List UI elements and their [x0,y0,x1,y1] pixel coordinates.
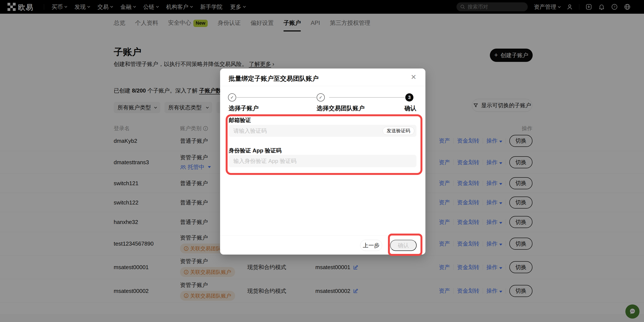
batch-bind-modal: 批量绑定子账户至交易团队账户 ✕ 3 选择子账户 选择交易团队账户 确认 邮箱验… [220,68,426,254]
send-code-button[interactable]: 发送验证码 [382,127,414,135]
authenticator-code-field [229,155,416,167]
step2-label: 选择交易团队账户 [317,104,364,112]
modal-footer-divider [220,235,426,236]
step3-label: 确认 [404,104,416,112]
step2-check-icon [317,93,325,102]
email-code-input[interactable] [229,128,382,134]
step-connector [236,97,316,98]
confirm-button[interactable]: 确认 [390,240,417,251]
step-connector [329,97,405,98]
step1-check-icon [228,93,236,102]
authenticator-code-input[interactable] [229,158,416,164]
modal-title: 批量绑定子账户至交易团队账户 [229,74,318,83]
modal-header-divider [220,86,426,86]
close-icon[interactable]: ✕ [411,74,416,80]
step3-number: 3 [405,93,414,102]
authenticator-label: 身份验证 App 验证码 [229,147,282,154]
email-code-field: 发送验证码 [229,125,416,137]
email-verification-label: 邮箱验证 [229,116,251,124]
step1-label: 选择子账户 [229,104,259,112]
back-button[interactable]: 上一步 [360,240,382,251]
